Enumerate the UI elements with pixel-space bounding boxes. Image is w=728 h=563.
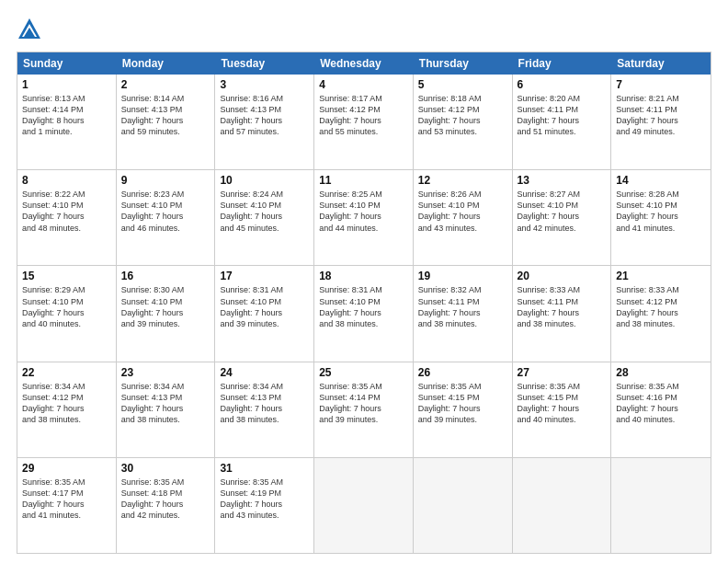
- calendar-cell: 16Sunrise: 8:30 AMSunset: 4:10 PMDayligh…: [117, 266, 216, 361]
- header: [17, 17, 711, 42]
- calendar-cell: 14Sunrise: 8:28 AMSunset: 4:10 PMDayligh…: [611, 170, 711, 265]
- calendar-row-4: 22Sunrise: 8:34 AMSunset: 4:12 PMDayligh…: [17, 362, 711, 458]
- logo: [17, 17, 46, 42]
- calendar-cell: 5Sunrise: 8:18 AMSunset: 4:12 PMDaylight…: [414, 75, 513, 169]
- calendar-row-2: 8Sunrise: 8:22 AMSunset: 4:10 PMDaylight…: [17, 170, 711, 266]
- calendar-cell: 19Sunrise: 8:32 AMSunset: 4:11 PMDayligh…: [414, 266, 513, 361]
- calendar-cell: 29Sunrise: 8:35 AMSunset: 4:17 PMDayligh…: [17, 458, 117, 553]
- header-cell-friday: Friday: [513, 52, 612, 75]
- calendar-header: SundayMondayTuesdayWednesdayThursdayFrid…: [17, 52, 711, 75]
- day-number: 20: [518, 270, 607, 282]
- cell-text: Sunrise: 8:16 AMSunset: 4:13 PMDaylight:…: [220, 93, 309, 138]
- header-cell-saturday: Saturday: [611, 52, 711, 75]
- calendar-cell: [513, 458, 612, 553]
- day-number: 19: [418, 270, 507, 282]
- calendar-cell: 7Sunrise: 8:21 AMSunset: 4:11 PMDaylight…: [611, 75, 711, 169]
- cell-text: Sunrise: 8:33 AMSunset: 4:11 PMDaylight:…: [518, 284, 607, 329]
- calendar-cell: 15Sunrise: 8:29 AMSunset: 4:10 PMDayligh…: [17, 266, 117, 361]
- cell-text: Sunrise: 8:34 AMSunset: 4:13 PMDaylight:…: [220, 381, 309, 426]
- cell-text: Sunrise: 8:35 AMSunset: 4:15 PMDaylight:…: [418, 381, 507, 426]
- cell-text: Sunrise: 8:26 AMSunset: 4:10 PMDaylight:…: [418, 189, 507, 234]
- header-cell-wednesday: Wednesday: [314, 52, 414, 75]
- calendar-cell: 12Sunrise: 8:26 AMSunset: 4:10 PMDayligh…: [414, 170, 513, 265]
- day-number: 12: [418, 174, 507, 187]
- day-number: 3: [220, 78, 309, 91]
- calendar-cell: 1Sunrise: 8:13 AMSunset: 4:14 PMDaylight…: [17, 75, 117, 169]
- calendar-cell: 10Sunrise: 8:24 AMSunset: 4:10 PMDayligh…: [215, 170, 314, 265]
- logo-icon: [17, 17, 42, 42]
- cell-text: Sunrise: 8:24 AMSunset: 4:10 PMDaylight:…: [220, 189, 309, 234]
- day-number: 1: [22, 78, 111, 91]
- cell-text: Sunrise: 8:35 AMSunset: 4:19 PMDaylight:…: [220, 477, 309, 522]
- calendar-cell: 31Sunrise: 8:35 AMSunset: 4:19 PMDayligh…: [215, 458, 314, 553]
- calendar-cell: 25Sunrise: 8:35 AMSunset: 4:14 PMDayligh…: [314, 362, 414, 457]
- day-number: 25: [319, 366, 408, 379]
- day-number: 2: [121, 78, 210, 91]
- calendar-cell: 11Sunrise: 8:25 AMSunset: 4:10 PMDayligh…: [314, 170, 414, 265]
- calendar-row-5: 29Sunrise: 8:35 AMSunset: 4:17 PMDayligh…: [17, 458, 711, 553]
- calendar-cell: [611, 458, 711, 553]
- day-number: 27: [518, 366, 607, 379]
- cell-text: Sunrise: 8:34 AMSunset: 4:13 PMDaylight:…: [121, 381, 210, 426]
- day-number: 8: [22, 174, 111, 187]
- header-cell-tuesday: Tuesday: [215, 52, 314, 75]
- cell-text: Sunrise: 8:25 AMSunset: 4:10 PMDaylight:…: [319, 189, 408, 234]
- calendar-cell: 30Sunrise: 8:35 AMSunset: 4:18 PMDayligh…: [117, 458, 216, 553]
- calendar-cell: 27Sunrise: 8:35 AMSunset: 4:15 PMDayligh…: [513, 362, 612, 457]
- cell-text: Sunrise: 8:14 AMSunset: 4:13 PMDaylight:…: [121, 93, 210, 138]
- cell-text: Sunrise: 8:32 AMSunset: 4:11 PMDaylight:…: [418, 284, 507, 329]
- cell-text: Sunrise: 8:29 AMSunset: 4:10 PMDaylight:…: [22, 284, 111, 329]
- cell-text: Sunrise: 8:35 AMSunset: 4:15 PMDaylight:…: [518, 381, 607, 426]
- day-number: 30: [121, 462, 210, 475]
- day-number: 6: [518, 78, 607, 91]
- calendar-cell: 13Sunrise: 8:27 AMSunset: 4:10 PMDayligh…: [513, 170, 612, 265]
- header-cell-thursday: Thursday: [414, 52, 513, 75]
- calendar-cell: 24Sunrise: 8:34 AMSunset: 4:13 PMDayligh…: [215, 362, 314, 457]
- calendar-cell: 2Sunrise: 8:14 AMSunset: 4:13 PMDaylight…: [117, 75, 216, 169]
- day-number: 4: [319, 78, 408, 91]
- calendar-cell: 4Sunrise: 8:17 AMSunset: 4:12 PMDaylight…: [314, 75, 414, 169]
- day-number: 28: [616, 366, 706, 379]
- day-number: 13: [518, 174, 607, 187]
- cell-text: Sunrise: 8:31 AMSunset: 4:10 PMDaylight:…: [220, 284, 309, 329]
- calendar-cell: 22Sunrise: 8:34 AMSunset: 4:12 PMDayligh…: [17, 362, 117, 457]
- day-number: 5: [418, 78, 507, 91]
- day-number: 9: [121, 174, 210, 187]
- day-number: 17: [220, 270, 309, 282]
- calendar-cell: [314, 458, 414, 553]
- calendar-cell: 18Sunrise: 8:31 AMSunset: 4:10 PMDayligh…: [314, 266, 414, 361]
- day-number: 29: [22, 462, 111, 475]
- calendar-cell: 9Sunrise: 8:23 AMSunset: 4:10 PMDaylight…: [117, 170, 216, 265]
- cell-text: Sunrise: 8:35 AMSunset: 4:16 PMDaylight:…: [616, 381, 706, 426]
- day-number: 21: [616, 270, 706, 282]
- day-number: 10: [220, 174, 309, 187]
- day-number: 18: [319, 270, 408, 282]
- cell-text: Sunrise: 8:31 AMSunset: 4:10 PMDaylight:…: [319, 284, 408, 329]
- calendar-cell: 26Sunrise: 8:35 AMSunset: 4:15 PMDayligh…: [414, 362, 513, 457]
- calendar-cell: 28Sunrise: 8:35 AMSunset: 4:16 PMDayligh…: [611, 362, 711, 457]
- calendar-cell: 23Sunrise: 8:34 AMSunset: 4:13 PMDayligh…: [117, 362, 216, 457]
- page: SundayMondayTuesdayWednesdayThursdayFrid…: [0, 0, 728, 563]
- cell-text: Sunrise: 8:13 AMSunset: 4:14 PMDaylight:…: [22, 93, 111, 138]
- calendar-cell: 8Sunrise: 8:22 AMSunset: 4:10 PMDaylight…: [17, 170, 117, 265]
- day-number: 22: [22, 366, 111, 379]
- calendar-cell: [414, 458, 513, 553]
- header-cell-sunday: Sunday: [17, 52, 117, 75]
- cell-text: Sunrise: 8:22 AMSunset: 4:10 PMDaylight:…: [22, 189, 111, 234]
- cell-text: Sunrise: 8:17 AMSunset: 4:12 PMDaylight:…: [319, 93, 408, 138]
- calendar-row-3: 15Sunrise: 8:29 AMSunset: 4:10 PMDayligh…: [17, 266, 711, 362]
- header-cell-monday: Monday: [117, 52, 216, 75]
- cell-text: Sunrise: 8:18 AMSunset: 4:12 PMDaylight:…: [418, 93, 507, 138]
- calendar: SundayMondayTuesdayWednesdayThursdayFrid…: [17, 52, 711, 554]
- calendar-cell: 21Sunrise: 8:33 AMSunset: 4:12 PMDayligh…: [611, 266, 711, 361]
- cell-text: Sunrise: 8:34 AMSunset: 4:12 PMDaylight:…: [22, 381, 111, 426]
- cell-text: Sunrise: 8:28 AMSunset: 4:10 PMDaylight:…: [616, 189, 706, 234]
- day-number: 16: [121, 270, 210, 282]
- cell-text: Sunrise: 8:20 AMSunset: 4:11 PMDaylight:…: [518, 93, 607, 138]
- calendar-cell: 6Sunrise: 8:20 AMSunset: 4:11 PMDaylight…: [513, 75, 612, 169]
- cell-text: Sunrise: 8:35 AMSunset: 4:18 PMDaylight:…: [121, 477, 210, 522]
- cell-text: Sunrise: 8:35 AMSunset: 4:17 PMDaylight:…: [22, 477, 111, 522]
- cell-text: Sunrise: 8:30 AMSunset: 4:10 PMDaylight:…: [121, 284, 210, 329]
- day-number: 15: [22, 270, 111, 282]
- day-number: 23: [121, 366, 210, 379]
